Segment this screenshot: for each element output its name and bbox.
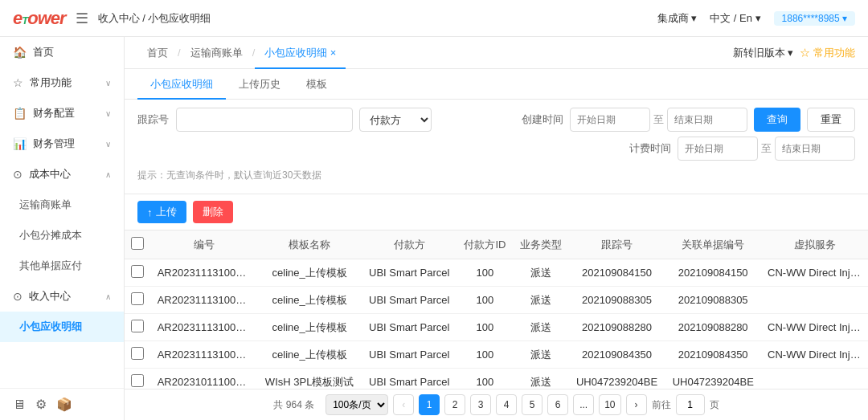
language-dropdown[interactable]: 中文 / En	[710, 11, 760, 26]
row-no: AR2023111310000000...	[151, 314, 258, 341]
page-btn-1[interactable]: 1	[419, 394, 440, 415]
row-related-no: 202109084150	[665, 259, 761, 287]
sidebar-item-home[interactable]: 🏠 首页	[0, 37, 124, 67]
page-btn-3[interactable]: 3	[470, 394, 491, 415]
row-payer: UBI Smart Parcel	[362, 341, 457, 369]
query-button[interactable]: 查询	[754, 108, 800, 132]
monitor-icon[interactable]: 🖥	[13, 398, 26, 412]
go-label: 前往	[652, 398, 671, 412]
version-btn[interactable]: 新转旧版本	[733, 46, 794, 60]
upload-button[interactable]: ↑ 上传	[137, 201, 186, 223]
col-checkbox	[125, 230, 151, 259]
prev-page-btn[interactable]: ‹	[393, 394, 414, 415]
tab-detail[interactable]: 小包应收明细	[137, 69, 226, 100]
row-related-no: 202109088305	[665, 287, 761, 314]
row-virtual-service	[761, 369, 868, 389]
col-template: 模板名称	[258, 230, 362, 259]
integration-dropdown[interactable]: 集成商	[657, 11, 698, 26]
col-virtual-service: 虚拟服务	[761, 230, 868, 259]
row-checkbox[interactable]	[125, 341, 151, 369]
tracking-input[interactable]	[176, 108, 353, 132]
cost-icon: ⊙	[13, 168, 23, 181]
package-icon[interactable]: 📦	[56, 397, 72, 412]
row-checkbox[interactable]	[125, 369, 151, 389]
top-nav: eTower ☰ 收入中心 / 小包应收明细 集成商 中文 / En 1886*…	[0, 0, 868, 37]
page-btn-2[interactable]: 2	[444, 394, 465, 415]
created-date-group: 至	[570, 108, 747, 132]
row-related-no: UH047239204BE	[665, 369, 761, 389]
row-virtual-service: CN-WW Direct Inject...	[761, 259, 868, 287]
page-btn-4[interactable]: 4	[496, 394, 517, 415]
row-payer: UBI Smart Parcel	[362, 369, 457, 389]
total-count: 共 964 条	[273, 398, 314, 412]
row-virtual-service: CN-WW Direct Inject...	[761, 314, 868, 341]
calc-time-label: 计费时间	[629, 141, 671, 156]
page-jump-input[interactable]	[676, 394, 705, 415]
sidebar-bottom: 🖥 ⚙ 📦	[0, 388, 124, 420]
payment-select[interactable]: 付款方 全部	[359, 108, 432, 132]
row-payer: UBI Smart Parcel	[362, 314, 457, 341]
sidebar-item-other-bill[interactable]: 其他单据应付	[0, 251, 124, 281]
sidebar-item-finance-mgmt-label: 财务管理	[33, 137, 75, 151]
tab-template[interactable]: 模板	[293, 69, 340, 100]
col-payer-id: 付款方ID	[457, 230, 513, 259]
reset-button[interactable]: 重置	[807, 108, 855, 132]
page-btn-6[interactable]: 6	[547, 394, 568, 415]
user-info[interactable]: 1886****8985 ▾	[774, 11, 855, 26]
top-nav-right: 集成商 中文 / En 1886****8985 ▾	[657, 11, 855, 26]
sub-bc-carrier[interactable]: 运输商账单	[181, 37, 252, 69]
sidebar-item-carrier-bill-label: 运输商账单	[19, 198, 72, 212]
settings-icon[interactable]: ⚙	[35, 397, 47, 412]
sidebar-item-small-pkg-cost[interactable]: 小包分摊成本	[0, 220, 124, 251]
sub-bc-home[interactable]: 首页	[137, 37, 178, 69]
page-btn-10[interactable]: 10	[599, 394, 620, 415]
row-payer-id: 100	[457, 369, 513, 389]
filter-hint: 提示：无查询条件时，默认查询近30天数据	[137, 165, 855, 186]
sidebar-item-carrier-bill[interactable]: 运输商账单	[0, 190, 124, 220]
select-all-checkbox[interactable]	[131, 237, 144, 250]
row-checkbox[interactable]	[125, 287, 151, 314]
sidebar-item-finance-config[interactable]: 📋 财务配置 ∨	[0, 98, 124, 128]
chart-icon: 📊	[13, 137, 27, 150]
favorite-btn[interactable]: ☆ 常用功能	[800, 46, 855, 60]
sidebar-item-home-label: 首页	[33, 45, 54, 59]
chevron-down-icon: ∨	[105, 79, 111, 88]
delete-button[interactable]: 删除	[193, 201, 233, 223]
col-biz-type: 业务类型	[513, 230, 568, 259]
sidebar-item-common[interactable]: ☆ 常用功能 ∨	[0, 67, 124, 98]
sub-bc-small-pkg[interactable]: 小包应收明细 ×	[255, 37, 346, 69]
row-virtual-service: CN-WW Direct Inject...	[761, 341, 868, 369]
page-size-select[interactable]: 100条/页 50条/页 20条/页	[326, 394, 388, 415]
row-payer: UBI Smart Parcel	[362, 287, 457, 314]
row-biz-type: 派送	[513, 287, 568, 314]
calc-start-date[interactable]	[678, 137, 758, 161]
tab-history[interactable]: 上传历史	[226, 69, 293, 100]
main-layout: 🏠 首页 ☆ 常用功能 ∨ 📋 财务配置 ∨ 📊 财务管理 ∨ ⊙ 成本中心 ∧…	[0, 37, 868, 420]
sidebar-item-cost-center[interactable]: ⊙ 成本中心 ∧	[0, 159, 124, 190]
row-payer-id: 100	[457, 314, 513, 341]
sidebar-item-income-center[interactable]: ⊙ 收入中心 ∧	[0, 281, 124, 312]
row-checkbox[interactable]	[125, 259, 151, 287]
page-btn-5[interactable]: 5	[522, 394, 542, 415]
row-related-no: 202109084350	[665, 341, 761, 369]
row-payer-id: 100	[457, 287, 513, 314]
upload-label: 上传	[156, 205, 177, 219]
hamburger-icon[interactable]: ☰	[76, 10, 88, 27]
created-start-date[interactable]	[570, 108, 650, 132]
row-template: celine_上传模板	[258, 341, 362, 369]
row-no: AR2023111310000000...	[151, 287, 258, 314]
sidebar-item-small-pkg-cost-label: 小包分摊成本	[19, 228, 82, 243]
sidebar-item-small-pkg-detail[interactable]: 小包应收明细	[0, 312, 124, 342]
page-btn-ellipsis[interactable]: ...	[573, 394, 594, 415]
pagination: 共 964 条 100条/页 50条/页 20条/页 ‹ 1 2 3 4 5 6…	[125, 389, 868, 420]
sidebar-item-income-center-label: 收入中心	[29, 289, 71, 304]
data-table: 编号 模板名称 付款方 付款方ID 业务类型 跟踪号 关联单据编号 虚拟服务 A…	[125, 230, 868, 389]
sidebar-item-finance-mgmt[interactable]: 📊 财务管理 ∨	[0, 128, 124, 159]
row-checkbox[interactable]	[125, 314, 151, 341]
created-end-date[interactable]	[667, 108, 747, 132]
calc-end-date[interactable]	[775, 137, 855, 161]
sidebar-item-finance-config-label: 财务配置	[33, 106, 75, 120]
col-track-no: 跟踪号	[569, 230, 665, 259]
row-track-no: UH047239204BE	[569, 369, 665, 389]
next-page-btn[interactable]: ›	[626, 394, 647, 415]
